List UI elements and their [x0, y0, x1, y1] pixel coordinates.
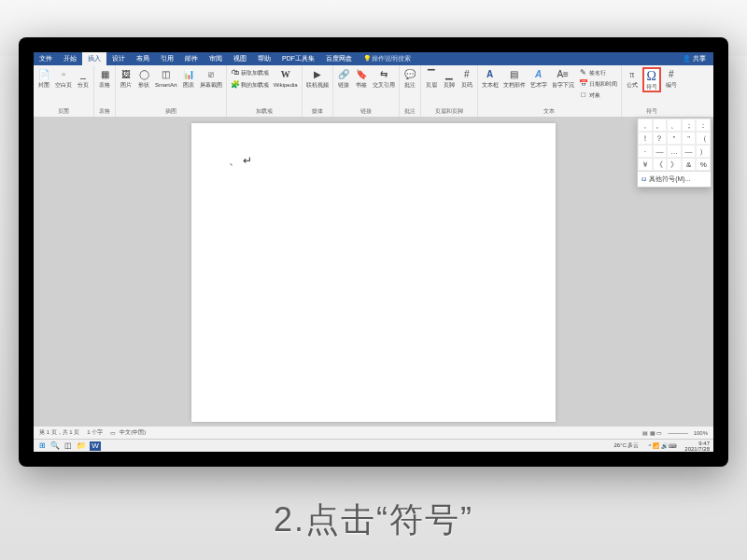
symbol-cell[interactable]: ： [696, 119, 711, 132]
symbol-cell[interactable]: — [653, 145, 668, 158]
symbol-cell[interactable]: ； [682, 119, 697, 132]
group-addins-label: 加载项 [256, 107, 273, 116]
tab-help[interactable]: 帮助 [252, 52, 276, 65]
number-button[interactable]: #编号 [664, 67, 679, 89]
datetime-button[interactable]: 📅日期和时间 [578, 78, 618, 90]
my-addins-button[interactable]: 🧩我的加载项 [230, 79, 270, 91]
symbol-cell[interactable]: & [682, 158, 697, 171]
tab-view[interactable]: 视图 [228, 52, 252, 65]
dropcap-button[interactable]: A≡首字下沉 [551, 67, 575, 89]
status-words[interactable]: 1 个字 [87, 428, 103, 437]
tab-pdf[interactable]: PDF工具集 [276, 52, 320, 65]
pictures-button[interactable]: 🖼图片 [119, 67, 134, 89]
symbol-cell[interactable]: ￥ [638, 158, 653, 171]
document-page[interactable]: 、 ↵ [191, 123, 556, 422]
symbol-cell[interactable]: （ [696, 132, 711, 145]
header-button[interactable]: ▔页眉 [424, 67, 439, 89]
status-lang[interactable]: 中文(中国) [120, 428, 146, 437]
share-label: 共享 [693, 55, 706, 62]
pagenum-icon: # [460, 68, 473, 81]
word-taskbar-icon[interactable]: W [90, 441, 101, 451]
symbol-cell[interactable]: " [682, 132, 697, 145]
group-links-label: 链接 [360, 107, 372, 116]
tab-design[interactable]: 设计 [106, 52, 131, 65]
object-button[interactable]: □对象 [578, 90, 618, 101]
shapes-button[interactable]: ◯形状 [136, 67, 151, 89]
crossref-button[interactable]: ⇆交叉引用 [372, 67, 396, 89]
group-comments-label: 批注 [404, 107, 416, 116]
symbol-button[interactable]: Ω符号 [642, 67, 661, 92]
screenshot-button[interactable]: ⎚屏幕截图 [199, 67, 223, 89]
taskview-icon[interactable]: ◫ [63, 441, 73, 451]
screenshot-icon: ⎚ [204, 68, 218, 81]
video-icon: ▶ [311, 68, 324, 81]
weather-widget[interactable]: 26°C 多云 [613, 441, 639, 450]
page-break-button[interactable]: ⎯分页 [76, 67, 91, 89]
tab-file[interactable]: 文件 [34, 52, 58, 65]
bookmark-button[interactable]: 🔖书签 [354, 67, 369, 89]
get-addins-button[interactable]: 🛍获取加载项 [230, 67, 270, 78]
symbol-cell[interactable]: 、 [667, 119, 682, 132]
symbol-cell[interactable]: ？ [653, 132, 668, 145]
video-button[interactable]: ▶联机视频 [305, 67, 330, 89]
comment-button[interactable]: 💬批注 [402, 67, 417, 89]
cover-page-button[interactable]: 📄封面 [36, 67, 51, 89]
link-button[interactable]: 🔗链接 [336, 67, 351, 89]
tab-home[interactable]: 开始 [58, 52, 82, 65]
clock[interactable]: 9:47 2021/7/28 [684, 441, 710, 452]
footer-icon: ▁ [443, 68, 456, 81]
chart-icon: 📊 [182, 68, 195, 81]
symbol-cell[interactable]: 《 [653, 158, 668, 171]
blank-icon: ▫ [57, 68, 70, 81]
quickparts-button[interactable]: ▤文档部件 [502, 67, 527, 89]
symbol-cell[interactable]: 。 [653, 119, 668, 132]
symbol-cell[interactable]: 》 [667, 158, 682, 171]
group-links: 🔗链接 🔖书签 ⇆交叉引用 链接 [333, 65, 400, 117]
document-content: 、 ↵ [229, 154, 252, 167]
search-icon[interactable]: 🔍 [50, 441, 60, 451]
store-icon: 🛍 [231, 68, 240, 77]
wikipedia-button[interactable]: WWikipedia [273, 67, 299, 89]
start-button[interactable]: ⊞ [37, 441, 47, 451]
group-comments: 💬批注 批注 [400, 65, 421, 117]
table-button[interactable]: ▦表格 [97, 67, 112, 89]
symbol-cell[interactable]: , [638, 119, 653, 132]
tutorial-caption: 2.点击“符号” [0, 497, 747, 543]
symbol-cell[interactable]: % [696, 158, 711, 171]
view-buttons[interactable]: ▤ ▦ ▭ [642, 429, 662, 436]
tab-review[interactable]: 审阅 [204, 52, 228, 65]
status-zoom[interactable]: 100% [694, 430, 708, 436]
symbol-cell[interactable]: ！ [638, 132, 653, 145]
symbol-cell[interactable]: · [638, 145, 653, 158]
ribbon: 📄封面 ▫空白页 ⎯分页 页面 ▦表格 表格 🖼图片 ◯形状 ◫SmartArt… [34, 65, 713, 118]
pagenum-label: 页码 [461, 82, 472, 88]
more-symbols-button[interactable]: Ω 其他符号(M)... [638, 171, 711, 187]
tab-baidu[interactable]: 百度网盘 [320, 52, 358, 65]
tab-references[interactable]: 引用 [155, 52, 179, 65]
textbox-button[interactable]: A文本框 [481, 67, 500, 89]
tab-layout[interactable]: 布局 [131, 52, 155, 65]
blank-page-button[interactable]: ▫空白页 [54, 67, 73, 89]
symbol-cell[interactable]: … [667, 145, 682, 158]
document-area[interactable]: 、 ↵ [34, 118, 713, 422]
wordart-icon: A [532, 68, 545, 81]
share-button[interactable]: 👤 共享 [675, 52, 713, 65]
sigline-button[interactable]: ✎签名行 [578, 67, 618, 78]
footer-button[interactable]: ▁页脚 [442, 67, 457, 89]
smartart-button[interactable]: ◫SmartArt [154, 67, 178, 89]
tab-mailings[interactable]: 邮件 [179, 52, 204, 65]
symbol-cell[interactable]: ） [696, 145, 711, 158]
tell-me-search[interactable]: 💡 操作说明搜索 [363, 52, 411, 65]
equation-button[interactable]: π公式 [625, 67, 640, 89]
symbol-cell[interactable]: — [682, 145, 697, 158]
chart-button[interactable]: 📊图表 [181, 67, 196, 89]
symbol-cell[interactable]: " [667, 132, 682, 145]
status-page[interactable]: 第 1 页，共 1 页 [39, 428, 79, 437]
pagenum-button[interactable]: #页码 [459, 67, 474, 89]
tab-insert[interactable]: 插入 [82, 52, 106, 65]
wordart-button[interactable]: A艺术字 [529, 67, 548, 89]
explorer-icon[interactable]: 📁 [77, 441, 86, 451]
tray-icons[interactable]: ^ 📶 🔊 ⌨ [648, 442, 677, 449]
bookmark-label: 书签 [356, 82, 367, 88]
wordart-label: 艺术字 [530, 82, 547, 88]
